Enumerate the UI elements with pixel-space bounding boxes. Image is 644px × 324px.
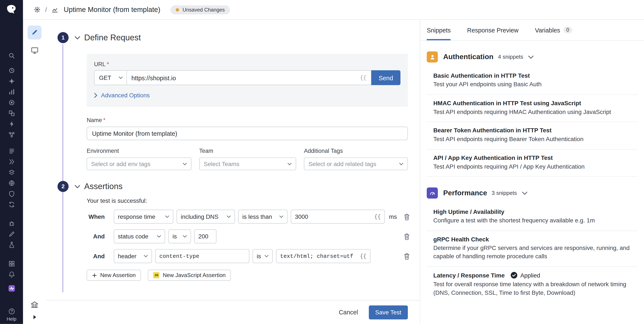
chevron-down-icon xyxy=(163,215,169,218)
snippet-item[interactable]: Bearer Token Authentication in HTTP Test… xyxy=(427,122,638,149)
header-name-input[interactable]: content-type xyxy=(155,249,249,263)
processes-icon[interactable] xyxy=(6,118,17,129)
snippets-panel: Snippets Response Preview Variables 0 Au… xyxy=(420,20,644,324)
nav-bottom: Help xyxy=(6,308,16,324)
ci-icon[interactable] xyxy=(6,167,17,178)
assertion-subtype-select[interactable]: including DNS xyxy=(176,210,235,223)
collapse-section-2-chevron-icon[interactable] xyxy=(75,185,80,188)
assertion-operator-select[interactable]: is less than xyxy=(238,210,288,223)
name-input[interactable]: Uptime Monitor (from template) xyxy=(86,127,408,140)
pencil-icon xyxy=(31,29,38,36)
datadog-logo-icon[interactable] xyxy=(4,3,18,17)
snippet-item[interactable]: High Uptime / Availability Configure a t… xyxy=(427,204,638,231)
performance-icon xyxy=(427,188,438,199)
chevron-down-icon[interactable] xyxy=(528,55,534,59)
snippet-item[interactable]: gRPC Health Check Determine if your gRPC… xyxy=(427,231,638,267)
save-test-button[interactable]: Save Test xyxy=(369,305,408,319)
infrastructure-icon[interactable] xyxy=(6,97,17,108)
nav-icon-list xyxy=(6,50,17,293)
api-test-icon xyxy=(52,6,58,13)
group-title: Performance xyxy=(443,189,487,197)
snippets-scroll[interactable]: Authentication 4 snippets Basic Authenti… xyxy=(420,41,644,324)
assertion-type-select[interactable]: header xyxy=(114,249,152,263)
chevron-down-icon xyxy=(224,215,231,218)
collapse-section-1-chevron-icon[interactable] xyxy=(75,36,80,39)
variable-braces-icon[interactable]: {{ xyxy=(360,75,366,81)
service-management-icon[interactable] xyxy=(6,199,17,210)
synthetic-monitoring-active-icon[interactable] xyxy=(6,283,17,293)
help-icon[interactable] xyxy=(8,308,15,315)
step-connector-line xyxy=(62,44,63,292)
http-method-select[interactable]: GET xyxy=(94,70,127,85)
delete-assertion-icon[interactable] xyxy=(404,213,410,220)
service-map-icon[interactable] xyxy=(6,129,17,140)
containers-icon[interactable] xyxy=(6,108,17,118)
gear-flower-icon[interactable] xyxy=(34,6,41,13)
apm-icon[interactable] xyxy=(6,76,17,86)
search-icon[interactable] xyxy=(6,50,17,61)
environment-select[interactable]: Select or add env tags xyxy=(86,158,191,170)
topbar: / Uptime Monitor (from template) Unsaved… xyxy=(23,0,644,20)
when-label: When xyxy=(64,213,105,220)
group-authentication-header: Authentication 4 snippets xyxy=(427,41,638,68)
url-input[interactable]: https://shopist.io {{ xyxy=(127,70,371,85)
main-column: / Uptime Monitor (from template) Unsaved… xyxy=(23,0,644,324)
tab-snippets[interactable]: Snippets xyxy=(427,20,450,40)
logs-icon[interactable] xyxy=(6,146,17,156)
assertion-value-input[interactable]: 3000{{ xyxy=(291,210,385,223)
synthetics-globe-icon[interactable] xyxy=(6,178,17,188)
delete-assertion-icon[interactable] xyxy=(404,233,410,240)
assertion-type-select[interactable]: status code xyxy=(114,229,165,243)
assertions-intro: Your test is successful: xyxy=(86,197,420,204)
check-circle-icon xyxy=(510,272,518,279)
notebooks-pencil-icon[interactable] xyxy=(6,229,17,239)
cancel-button[interactable]: Cancel xyxy=(339,309,358,316)
rail-bottom xyxy=(30,300,39,324)
metrics-icon[interactable] xyxy=(6,86,17,97)
new-javascript-assertion-button[interactable]: JS New JavaScript Assertion xyxy=(148,269,231,281)
team-field: Team Select Teams xyxy=(199,147,296,170)
snippet-item[interactable]: API / App Key Authentication in HTTP Tes… xyxy=(427,150,638,177)
watchdog-icon[interactable] xyxy=(6,65,17,76)
applied-badge: Applied xyxy=(510,272,540,279)
new-assertion-button[interactable]: New Assertion xyxy=(86,269,141,281)
tab-response-preview[interactable]: Response Preview xyxy=(467,20,518,40)
assertion-value-input[interactable]: 200 xyxy=(194,229,216,243)
section-1-title: Define Request xyxy=(84,33,141,42)
library-icon[interactable] xyxy=(30,300,39,309)
snippet-item[interactable]: Basic Authentication in HTTP Test Test y… xyxy=(427,68,638,95)
snippet-item[interactable]: HMAC Authentication in HTTP Test using J… xyxy=(427,95,638,122)
response-monitor-tab[interactable] xyxy=(30,47,38,55)
assertion-buttons: New Assertion JS New JavaScript Assertio… xyxy=(86,269,420,281)
quality-flask-icon[interactable] xyxy=(6,239,17,250)
additional-tags-select[interactable]: Select or add related tags xyxy=(304,158,408,170)
group-performance-header: Performance 3 snippets xyxy=(427,177,638,204)
url-row: GET https://shopist.io {{ Send xyxy=(94,70,400,85)
pipelines-icon[interactable] xyxy=(6,156,17,167)
editor-scroll[interactable]: 1 Define Request URL* GET https:/ xyxy=(46,20,420,300)
assertion-operator-select[interactable]: is xyxy=(168,229,191,243)
variable-braces-icon[interactable]: {{ xyxy=(358,253,366,259)
integrations-blocks-icon[interactable] xyxy=(6,258,17,269)
panel-tabs: Snippets Response Preview Variables 0 xyxy=(420,20,644,41)
send-button[interactable]: Send xyxy=(371,70,400,85)
assertion-operator-select[interactable]: is xyxy=(253,249,273,263)
chevron-down-icon[interactable] xyxy=(522,191,527,195)
editor-rail xyxy=(23,20,46,324)
expand-arrow-icon[interactable] xyxy=(32,314,37,320)
edit-pencil-tab[interactable] xyxy=(28,26,41,39)
security-shield-icon[interactable] xyxy=(6,188,17,199)
delete-assertion-icon[interactable] xyxy=(404,253,410,260)
tab-variables[interactable]: Variables 0 xyxy=(535,20,572,40)
error-tracking-bug-icon[interactable] xyxy=(6,218,17,229)
variable-braces-icon[interactable]: {{ xyxy=(372,214,381,220)
and-label: And xyxy=(64,233,105,240)
environment-field: Environment Select or add env tags xyxy=(86,147,191,170)
team-select[interactable]: Select Teams xyxy=(199,158,296,170)
snippet-item[interactable]: Latency / Response Time Applied Test for… xyxy=(427,267,638,303)
assertion-value-input[interactable]: text/html; charset=utf{{ xyxy=(276,249,370,263)
assertion-type-select[interactable]: response time xyxy=(114,210,173,223)
advanced-options-toggle[interactable]: Advanced Options xyxy=(94,92,400,99)
notifications-bell-icon[interactable] xyxy=(6,269,17,280)
body-row: 1 Define Request URL* GET https:/ xyxy=(23,20,644,324)
